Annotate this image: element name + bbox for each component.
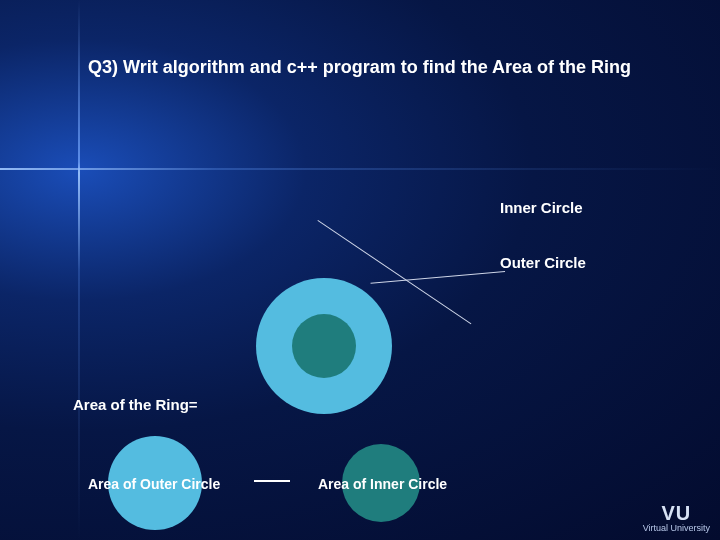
ring-inner-circle bbox=[292, 314, 356, 378]
flare-horizontal bbox=[0, 168, 720, 170]
label-inner-circle: Inner Circle bbox=[500, 199, 583, 216]
page-title: Q3) Writ algorithm and c++ program to fi… bbox=[88, 56, 648, 79]
label-outer-circle: Outer Circle bbox=[500, 254, 586, 271]
logo-name: Virtual University bbox=[643, 524, 710, 534]
leader-line-outer bbox=[371, 271, 506, 284]
logo-initials: VU bbox=[643, 502, 710, 524]
vu-logo: VU Virtual University bbox=[643, 502, 710, 534]
equation-outer-label: Area of Outer Circle bbox=[88, 476, 220, 492]
flare-vertical bbox=[78, 0, 80, 540]
equation-lhs: Area of the Ring= bbox=[73, 396, 198, 413]
minus-icon bbox=[254, 480, 290, 482]
equation-inner-label: Area of Inner Circle bbox=[318, 476, 447, 492]
